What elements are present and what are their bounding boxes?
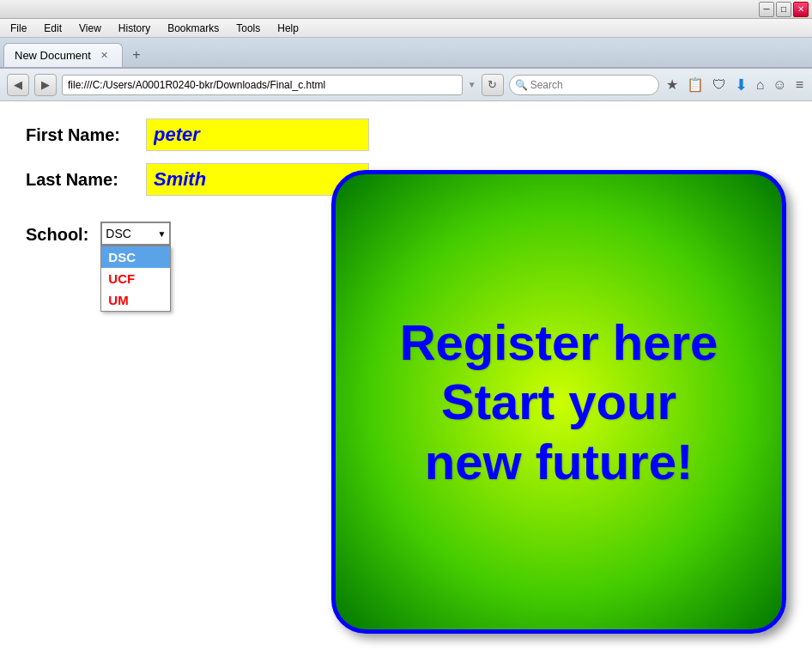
- menu-tools[interactable]: Tools: [229, 21, 267, 36]
- register-text: Register here Start your new future!: [383, 295, 736, 509]
- tab-bar: New Document ✕ +: [0, 38, 812, 69]
- address-bar: ◀ ▶ ▼ ↻ 🔍 ★ 📋 🛡 ⬇ ⌂ ☺ ≡: [0, 69, 812, 101]
- back-button[interactable]: ◀: [7, 74, 29, 96]
- register-box[interactable]: Register here Start your new future!: [331, 170, 786, 634]
- last-name-label: Last Name:: [26, 170, 146, 190]
- toolbar-icons: ★ 📋 🛡 ⬇ ⌂ ☺ ≡: [664, 74, 805, 96]
- maximize-button[interactable]: □: [776, 2, 791, 17]
- menu-bookmarks[interactable]: Bookmarks: [161, 21, 226, 36]
- school-option-dsc[interactable]: DSC: [101, 246, 170, 268]
- search-icon: 🔍: [515, 79, 528, 91]
- new-tab-button[interactable]: +: [126, 45, 147, 65]
- smiley-icon[interactable]: ☺: [771, 76, 788, 94]
- search-wrap: 🔍: [509, 75, 659, 95]
- url-input[interactable]: [62, 75, 463, 95]
- menu-bar: File Edit View History Bookmarks Tools H…: [0, 19, 812, 38]
- clipboard-icon[interactable]: 📋: [685, 75, 706, 94]
- shield-icon[interactable]: 🛡: [711, 76, 728, 94]
- forward-button[interactable]: ▶: [34, 74, 57, 96]
- first-name-row: First Name:: [26, 118, 786, 151]
- search-input[interactable]: [509, 75, 659, 95]
- first-name-input[interactable]: [146, 118, 369, 151]
- school-select-display[interactable]: DSC ▼: [100, 222, 171, 246]
- tab-new-document[interactable]: New Document ✕: [3, 43, 123, 67]
- register-line2: Start your: [441, 374, 676, 429]
- title-bar: ─ □ ✕: [0, 0, 812, 19]
- home-icon[interactable]: ⌂: [754, 76, 767, 94]
- school-option-um[interactable]: UM: [101, 289, 170, 311]
- register-line1: Register here: [400, 314, 718, 370]
- bookmark-star-icon[interactable]: ★: [664, 75, 680, 94]
- menu-icon[interactable]: ≡: [794, 76, 805, 94]
- school-label: School:: [26, 225, 88, 245]
- menu-view[interactable]: View: [72, 21, 108, 36]
- menu-history[interactable]: History: [112, 21, 157, 36]
- first-name-label: First Name:: [26, 125, 146, 145]
- refresh-button[interactable]: ↻: [482, 74, 504, 96]
- school-selected-value: DSC: [106, 227, 131, 240]
- menu-edit[interactable]: Edit: [37, 21, 69, 36]
- url-dropdown-arrow[interactable]: ▼: [468, 80, 476, 89]
- school-select-wrapper: DSC ▼ DSC UCF UM: [100, 222, 171, 246]
- menu-file[interactable]: File: [3, 21, 33, 36]
- tab-label: New Document: [15, 49, 91, 62]
- page-content: First Name: Last Name: School: DSC ▼ DSC…: [0, 101, 812, 650]
- download-icon[interactable]: ⬇: [733, 74, 749, 96]
- tab-close-button[interactable]: ✕: [98, 49, 112, 63]
- school-option-ucf[interactable]: UCF: [101, 268, 170, 289]
- minimize-button[interactable]: ─: [759, 2, 774, 17]
- register-line3: new future!: [425, 434, 694, 489]
- close-button[interactable]: ✕: [793, 2, 809, 17]
- window-controls: ─ □ ✕: [759, 2, 809, 17]
- school-dropdown: DSC UCF UM: [100, 246, 171, 312]
- school-select-arrow: ▼: [157, 229, 166, 239]
- menu-help[interactable]: Help: [270, 21, 306, 36]
